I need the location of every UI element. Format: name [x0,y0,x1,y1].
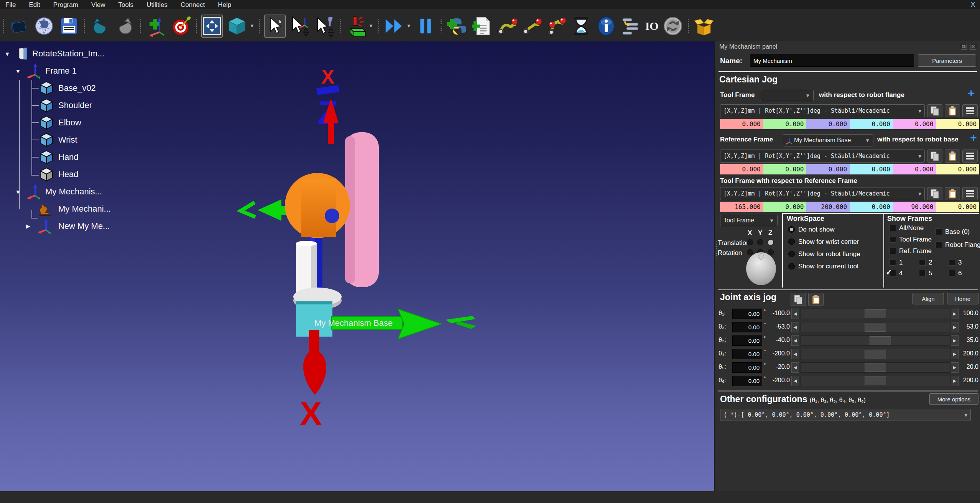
paste-button[interactable] [945,187,960,200]
show-frames-1-checkbox[interactable] [890,259,896,266]
workspace-option-label[interactable]: Show for current tool [798,263,858,270]
more-options-button[interactable]: More options [929,393,978,405]
move-joint-icon[interactable] [496,15,517,38]
joint-slider-thumb[interactable] [865,323,886,332]
add-reference-frame-button[interactable]: + [968,131,979,144]
value-rz[interactable]: 0.000 [936,202,979,212]
add-program-icon[interactable] [471,15,492,38]
tree-row[interactable]: My Mechani... [0,201,161,217]
pause-icon[interactable] [415,15,436,38]
joint-step-down-button[interactable]: ◀ [791,322,799,332]
show-frames-label[interactable]: 4 [899,270,903,277]
value-ry[interactable]: 0.000 [893,119,936,129]
joint-slider-thumb[interactable] [870,336,891,345]
joint-value-input[interactable]: 0.00 [732,362,762,373]
show-frames-label[interactable]: Tool Frame [899,236,932,243]
wait-icon[interactable] [571,15,592,38]
joint-value-input[interactable]: 0.00 [732,309,762,319]
show-frames-2-checkbox[interactable] [919,259,926,266]
tree-row[interactable]: Shoulder [0,97,161,114]
paste-button[interactable] [945,150,960,163]
show-frames-label[interactable]: 3 [958,259,962,266]
undock-icon[interactable]: ⧉ [961,44,967,49]
show-frames-all-none-checkbox[interactable] [890,225,896,231]
tree-label[interactable]: Elbow [58,118,81,128]
paste-button[interactable] [945,104,960,117]
rotation-x-dot[interactable] [747,249,753,255]
show-frames-label[interactable]: Base (0) [945,228,970,236]
joint-value-input[interactable]: 0.00 [732,322,762,332]
tree-label[interactable]: Wrist [58,135,77,145]
add-frame-icon[interactable] [145,15,167,38]
chevron-down-icon[interactable]: ▼ [250,23,255,29]
tree-row[interactable]: ▼ Frame 1 [0,62,161,79]
add-target-icon[interactable] [170,15,192,38]
tree-label[interactable]: My Mechanis... [45,187,102,197]
joint-slider-thumb[interactable] [865,350,886,358]
tree-label[interactable]: RotateStation_Im... [32,49,104,59]
align-button[interactable]: Align [913,293,944,304]
value-y[interactable]: 0.000 [763,119,807,129]
workspace-option-label[interactable]: Show for robot flange [798,250,860,258]
workspace-option-label[interactable]: Show for wrist center [798,238,859,246]
menu-tools[interactable]: Tools [118,1,133,9]
move-circular-icon[interactable] [546,15,567,38]
joint-slider-thumb[interactable] [865,376,886,385]
joint-step-up-button[interactable]: ▶ [951,309,959,319]
joint-step-down-button[interactable]: ◀ [791,335,799,346]
tree-label[interactable]: Frame 1 [45,66,77,76]
move-linear-icon[interactable] [521,15,542,38]
translation-x-dot[interactable] [747,239,753,245]
options-menu-button[interactable] [962,187,978,200]
value-y[interactable]: 0.000 [763,202,807,212]
library-icon[interactable] [33,15,55,38]
menu-edit[interactable]: Edit [29,1,40,9]
move-reference-icon[interactable] [289,15,311,38]
value-rx[interactable]: 0.000 [850,119,893,129]
menu-connect[interactable]: Connect [181,1,205,9]
show-frames-label[interactable]: 5 [929,270,932,277]
translation-y-dot[interactable] [757,239,763,245]
open-icon[interactable] [8,15,30,38]
tree-label[interactable]: My Mechani... [58,204,111,214]
value-x[interactable]: 0.000 [720,119,763,129]
close-icon[interactable]: ✕ [970,44,976,49]
workspace-radio-robot-flange[interactable] [788,251,795,257]
tree-label[interactable]: Shoulder [58,100,92,110]
tree-expander-open[interactable]: ▼ [14,189,22,195]
home-button[interactable]: Home [947,293,978,304]
value-rx[interactable]: 0.000 [850,202,893,212]
format-select[interactable]: [X,Y,Z]mm | Rot[X,Y',Z'']deg - Stäubli/M… [720,187,925,200]
3d-viewport[interactable]: Z X [0,41,714,491]
show-frames-6-checkbox[interactable] [949,270,955,276]
joint-slider[interactable] [801,362,950,373]
show-frames-ref-frame-checkbox[interactable] [890,248,896,254]
menu-program[interactable]: Program [53,1,78,9]
select-cursor-icon[interactable] [264,15,286,38]
tree-row[interactable]: Hand [0,149,161,166]
tree-row[interactable]: Elbow [0,114,161,131]
options-menu-button[interactable] [962,150,978,163]
show-frames-label[interactable]: Ref. Frame [899,247,932,255]
joint-slider-thumb[interactable] [865,309,886,318]
joint-step-up-button[interactable]: ▶ [951,322,959,332]
info-icon[interactable] [595,15,617,38]
toolbar-grip[interactable] [339,19,342,33]
chevron-down-icon[interactable]: ▼ [368,23,373,29]
value-x[interactable]: 165.000 [720,202,763,212]
format-select[interactable]: [X,Y,Z]mm | Rot[X,Y',Z'']deg - Stäubli/M… [720,104,925,117]
workspace-radio-current-tool[interactable] [788,263,795,270]
tree-expander-closed[interactable]: ▶ [24,223,32,230]
save-icon[interactable] [58,15,80,38]
copy-button[interactable] [927,104,942,117]
menu-help[interactable]: Help [218,1,231,9]
copy-joints-button[interactable] [791,293,806,306]
package-icon[interactable] [693,15,715,38]
toolbar-grip[interactable] [258,19,261,33]
joint-step-up-button[interactable]: ▶ [951,362,959,373]
joint-slider[interactable] [801,335,950,346]
tree-row[interactable]: Head [0,166,161,183]
tree-row[interactable]: Wrist [0,132,161,148]
redo-icon[interactable] [114,15,136,38]
jog-frame-select[interactable]: Tool Frame▼ [720,215,778,226]
